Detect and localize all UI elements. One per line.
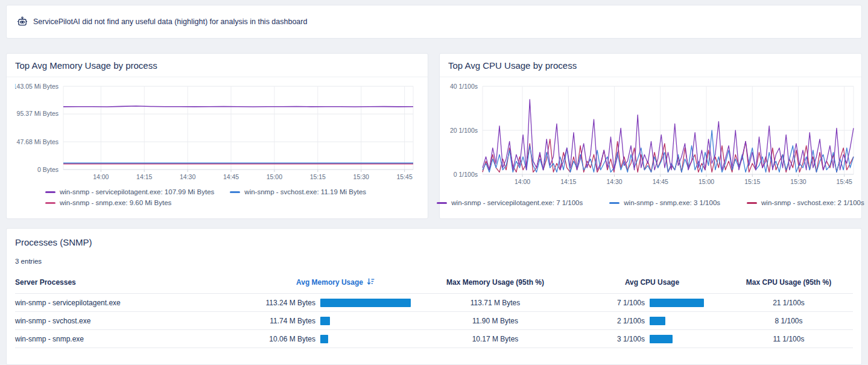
x-axis-label: 15:00	[699, 178, 714, 185]
avg-cpu-value: 3 1/100s	[580, 335, 645, 343]
x-axis-label: 15:30	[353, 173, 369, 180]
legend-item[interactable]: win-snmp - servicepilotagent.exe: 107.99…	[45, 188, 214, 195]
max-memory-value: 113.71 M Bytes	[411, 299, 580, 307]
x-axis-label: 15:30	[790, 178, 806, 185]
avg-memory-cell: 113.24 M Bytes	[260, 299, 411, 307]
y-axis-label: 95.37 Mi Bytes	[17, 110, 59, 117]
x-axis-label: 14:15	[136, 173, 152, 180]
cpu-chart-legend: win-snmp - servicepilotagent.exe: 7 1/10…	[448, 199, 853, 206]
x-axis-label: 15:45	[837, 178, 852, 185]
processes-panel-title: Processes (SNMP)	[15, 229, 853, 247]
process-name: win-snmp - snmp.exe	[15, 335, 260, 343]
cpu-chart-plot[interactable]: 14:0014:1514:3014:4515:0015:1515:3015:45…	[448, 81, 854, 190]
avg-cpu-cell: 7 1/100s	[580, 299, 724, 307]
legend-label: win-snmp - servicepilotagent.exe: 107.99…	[60, 188, 214, 195]
legend-swatch	[437, 202, 447, 204]
legend-item[interactable]: win-snmp - svchost.exe: 2 1/100s	[747, 199, 864, 206]
sort-descending-icon	[367, 278, 375, 287]
ai-banner: ServicePilotAI did not find any useful d…	[6, 5, 862, 39]
y-axis-label: 0 Bytes	[37, 166, 59, 173]
cpu-chart-title: Top Avg CPU Usage by process	[440, 54, 861, 77]
avg-cpu-bar	[650, 317, 665, 325]
cpu-chart-panel: Top Avg CPU Usage by process 14:0014:151…	[439, 53, 862, 219]
max-memory-value: 10.17 M Bytes	[411, 335, 580, 343]
x-axis-label: 14:45	[653, 178, 668, 185]
max-memory-value: 11.90 M Bytes	[411, 317, 580, 325]
col-header-server-processes[interactable]: Server Processes	[15, 278, 260, 287]
memory-chart-panel: Top Avg Memory Usage by process 14:0014:…	[6, 53, 428, 219]
avg-memory-cell: 11.74 M Bytes	[260, 317, 411, 325]
ai-banner-text: ServicePilotAI did not find any useful d…	[33, 17, 307, 26]
legend-item[interactable]: win-snmp - servicepilotagent.exe: 7 1/10…	[437, 199, 583, 206]
memory-chart-title: Top Avg Memory Usage by process	[7, 54, 428, 77]
avg-cpu-cell: 2 1/100s	[580, 317, 724, 325]
col-header-avg-memory-label: Avg Memory Usage	[296, 278, 363, 287]
table-row[interactable]: win-snmp - snmp.exe10.06 M Bytes10.17 M …	[15, 330, 853, 348]
charts-row: Top Avg Memory Usage by process 14:0014:…	[6, 53, 862, 219]
table-row[interactable]: win-snmp - svchost.exe11.74 M Bytes11.90…	[15, 312, 853, 330]
max-cpu-value: 11 1/100s	[724, 335, 853, 343]
x-axis-label: 14:30	[180, 173, 195, 180]
y-axis-label: 40 1/100s	[450, 83, 478, 90]
x-axis-label: 15:15	[744, 178, 760, 185]
avg-memory-value: 11.74 M Bytes	[260, 317, 315, 325]
x-axis-label: 15:00	[267, 173, 282, 180]
process-name: win-snmp - svchost.exe	[15, 317, 260, 325]
x-axis-label: 14:45	[223, 173, 239, 180]
col-header-max-memory[interactable]: Max Memory Usage (95th %)	[411, 278, 580, 287]
processes-panel: Processes (SNMP) 3 entries Server Proces…	[6, 228, 862, 365]
y-axis-label: 0 1/100s	[454, 171, 478, 178]
legend-label: win-snmp - svchost.exe: 2 1/100s	[761, 199, 864, 206]
avg-memory-bar	[320, 335, 328, 343]
entries-count: 3 entries	[15, 258, 853, 265]
legend-swatch	[747, 202, 757, 204]
y-axis-label: 20 1/100s	[450, 127, 478, 134]
legend-label: win-snmp - snmp.exe: 3 1/100s	[624, 199, 720, 206]
max-cpu-value: 8 1/100s	[724, 317, 853, 325]
max-cpu-value: 21 1/100s	[724, 299, 853, 307]
x-axis-label: 15:15	[310, 173, 326, 180]
avg-memory-value: 113.24 M Bytes	[260, 299, 315, 307]
legend-item[interactable]: win-snmp - svchost.exe: 11.19 Mi Bytes	[230, 188, 366, 195]
table-body: win-snmp - servicepilotagent.exe113.24 M…	[15, 294, 853, 348]
legend-item[interactable]: win-snmp - snmp.exe: 9.60 Mi Bytes	[45, 199, 171, 206]
series-line	[483, 130, 854, 172]
y-axis-label: 47.68 Mi Bytes	[17, 138, 59, 145]
avg-cpu-value: 7 1/100s	[580, 299, 645, 307]
process-name: win-snmp - servicepilotagent.exe	[15, 299, 260, 307]
series-line	[63, 106, 413, 107]
table-row[interactable]: win-snmp - servicepilotagent.exe113.24 M…	[15, 294, 853, 312]
avg-cpu-bar	[650, 335, 673, 343]
col-header-avg-cpu[interactable]: Avg CPU Usage	[580, 278, 724, 287]
memory-chart-plot[interactable]: 14:0014:1514:3014:4515:0015:1515:3015:45…	[15, 81, 420, 183]
memory-chart-legend: win-snmp - servicepilotagent.exe: 107.99…	[45, 188, 389, 206]
dashboard-page: ServicePilotAI did not find any useful d…	[0, 0, 868, 365]
avg-memory-bar	[320, 317, 330, 325]
legend-swatch	[45, 202, 55, 204]
avg-cpu-bar	[650, 299, 704, 307]
legend-swatch	[609, 202, 619, 204]
table-header-row: Server Processes Avg Memory Usage Max Me…	[15, 274, 853, 294]
col-header-avg-memory[interactable]: Avg Memory Usage	[260, 278, 411, 287]
legend-swatch	[230, 191, 240, 193]
avg-cpu-value: 2 1/100s	[580, 317, 645, 325]
col-header-max-cpu[interactable]: Max CPU Usage (95th %)	[724, 278, 853, 287]
avg-memory-cell: 10.06 M Bytes	[260, 335, 411, 343]
legend-item[interactable]: win-snmp - snmp.exe: 3 1/100s	[609, 199, 720, 206]
robot-icon	[17, 16, 28, 27]
legend-swatch	[45, 191, 55, 193]
legend-label: win-snmp - svchost.exe: 11.19 Mi Bytes	[244, 188, 366, 195]
x-axis-label: 14:30	[606, 178, 622, 185]
avg-cpu-cell: 3 1/100s	[580, 335, 724, 343]
x-axis-label: 14:00	[515, 178, 530, 185]
legend-label: win-snmp - snmp.exe: 9.60 Mi Bytes	[60, 199, 171, 206]
x-axis-label: 15:45	[396, 173, 412, 180]
x-axis-label: 14:15	[560, 178, 576, 185]
avg-memory-value: 10.06 M Bytes	[260, 335, 315, 343]
x-axis-label: 14:00	[93, 173, 109, 180]
avg-memory-bar	[320, 299, 411, 307]
y-axis-label: 143.05 Mi Bytes	[15, 83, 59, 90]
legend-label: win-snmp - servicepilotagent.exe: 7 1/10…	[451, 199, 583, 206]
